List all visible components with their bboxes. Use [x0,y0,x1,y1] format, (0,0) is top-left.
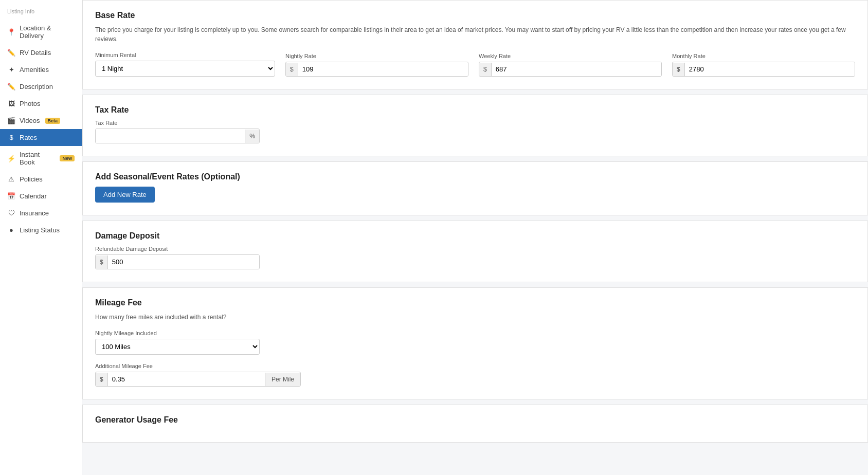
mileage-fee-section: Mileage Fee How many free miles are incl… [82,287,868,399]
monthly-rate-label: Monthly Rate [672,53,855,59]
damage-deposit-wrapper: $ [95,254,260,269]
sidebar-item-photos[interactable]: 🖼Photos [0,95,82,112]
listing-status-icon: ● [7,226,15,234]
monthly-rate-prefix: $ [673,63,685,76]
additional-mileage-prefix: $ [96,373,108,386]
sidebar-item-label-description: Description [20,83,53,90]
sidebar: Listing Info 📍Location & Delivery✏️RV De… [0,0,82,475]
tax-rate-wrapper: % [95,129,260,143]
sidebar-item-label-rv-details: RV Details [20,49,51,57]
rates-icon: $ [7,134,15,141]
sidebar-item-instant-book[interactable]: ⚡Instant BookNew [0,146,82,171]
tax-rate-input[interactable] [96,129,245,143]
additional-mileage-input[interactable] [108,372,265,386]
generator-fee-section: Generator Usage Fee [82,405,868,443]
description-icon: ✏️ [7,83,15,90]
photos-icon: 🖼 [7,100,15,107]
instant-book-badge: New [60,155,75,161]
damage-deposit-label: Refundable Damage Deposit [95,246,260,252]
sidebar-item-location-delivery[interactable]: 📍Location & Delivery [0,20,82,44]
base-rate-description: The price you charge for your listing is… [95,25,855,44]
tax-rate-section: Tax Rate Tax Rate % [82,95,868,156]
base-rate-section: Base Rate The price you charge for your … [82,0,868,89]
monthly-rate-wrapper: $ [672,62,855,77]
sidebar-item-label-instant-book: Instant Book [20,151,55,166]
sidebar-item-rates[interactable]: $Rates [0,129,82,146]
location-delivery-icon: 📍 [7,28,15,36]
sidebar-item-label-insurance: Insurance [20,209,49,217]
sidebar-item-listing-status[interactable]: ●Listing Status [0,222,82,239]
min-rental-select[interactable]: 1 Night 2 Nights 3 Nights 5 Nights 7 Nig… [95,61,275,77]
weekly-rate-input[interactable] [492,62,661,76]
sidebar-item-calendar[interactable]: 📅Calendar [0,188,82,205]
rv-details-icon: ✏️ [7,49,15,57]
nightly-rate-prefix: $ [286,63,298,76]
videos-icon: 🎬 [7,117,15,124]
mileage-fee-title: Mileage Fee [95,298,855,307]
min-rental-label: Minimum Rental [95,52,275,58]
damage-deposit-prefix: $ [96,255,108,269]
sidebar-item-videos[interactable]: 🎬VideosBeta [0,112,82,129]
weekly-rate-label: Weekly Rate [479,53,662,59]
amenities-icon: ✦ [7,66,15,74]
additional-mileage-wrapper: $ Per Mile [95,372,301,387]
videos-badge: Beta [45,118,61,124]
generator-fee-title: Generator Usage Fee [95,415,855,425]
mileage-fee-description: How many free miles are included with a … [95,313,855,322]
nightly-mileage-label: Nightly Mileage Included [95,330,260,336]
sidebar-item-label-calendar: Calendar [20,192,47,200]
tax-rate-title: Tax Rate [95,105,855,115]
policies-icon: ⚠ [7,175,15,183]
tax-rate-suffix: % [245,130,259,143]
per-mile-suffix: Per Mile [265,373,300,386]
sidebar-item-label-listing-status: Listing Status [20,226,60,234]
sidebar-item-description[interactable]: ✏️Description [0,78,82,95]
nightly-rate-input[interactable] [298,62,468,76]
instant-book-icon: ⚡ [7,155,15,162]
main-content: Base Rate The price you charge for your … [82,0,868,475]
nightly-mileage-select[interactable]: 0 Miles 50 Miles 100 Miles 150 Miles 200… [95,339,260,355]
tax-rate-label: Tax Rate [95,120,260,126]
damage-deposit-input[interactable] [108,255,259,269]
sidebar-item-label-videos: Videos [20,117,40,124]
damage-deposit-title: Damage Deposit [95,231,855,241]
nightly-rate-label: Nightly Rate [285,53,468,59]
sidebar-item-label-location-delivery: Location & Delivery [20,24,75,40]
calendar-icon: 📅 [7,192,15,200]
seasonal-rates-section: Add Seasonal/Event Rates (Optional) Add … [82,161,868,215]
sidebar-item-policies[interactable]: ⚠Policies [0,171,82,188]
seasonal-rates-title: Add Seasonal/Event Rates (Optional) [95,172,855,181]
damage-deposit-section: Damage Deposit Refundable Damage Deposit… [82,221,868,282]
sidebar-title: Listing Info [0,4,82,20]
monthly-rate-input[interactable] [685,62,855,76]
sidebar-item-label-photos: Photos [20,100,40,107]
sidebar-item-label-amenities: Amenities [20,66,49,74]
sidebar-item-label-rates: Rates [20,134,37,141]
additional-mileage-label: Additional Mileage Fee [95,363,301,369]
weekly-rate-prefix: $ [479,63,492,76]
weekly-rate-wrapper: $ [479,62,662,77]
base-rate-title: Base Rate [95,11,855,20]
sidebar-item-amenities[interactable]: ✦Amenities [0,61,82,78]
nightly-rate-wrapper: $ [285,62,468,77]
sidebar-item-label-policies: Policies [20,175,43,183]
insurance-icon: 🛡 [7,209,15,217]
sidebar-item-insurance[interactable]: 🛡Insurance [0,205,82,222]
add-new-rate-button[interactable]: Add New Rate [95,187,155,203]
sidebar-item-rv-details[interactable]: ✏️RV Details [0,44,82,61]
